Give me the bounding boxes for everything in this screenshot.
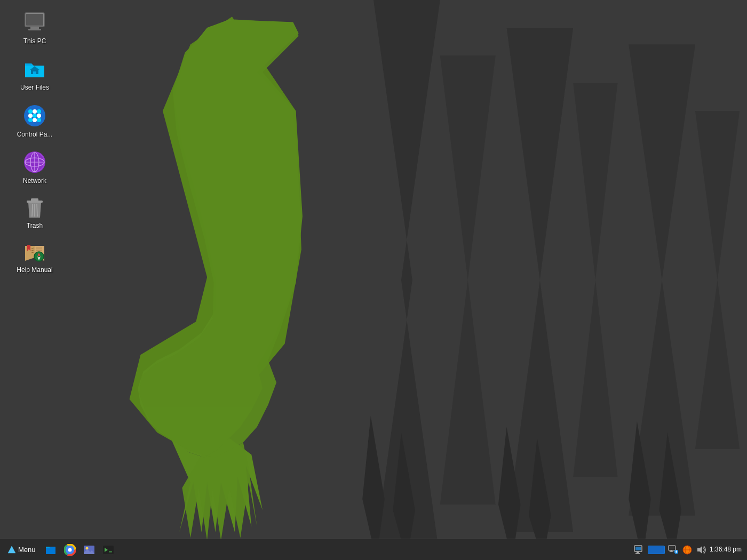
wallpaper — [0, 0, 747, 560]
svg-marker-55 — [8, 546, 15, 553]
chrome-taskbar-icon — [64, 544, 76, 556]
desktop-icon-user-files[interactable]: User Files — [11, 52, 59, 95]
desktop-icon-network[interactable]: Network — [11, 145, 59, 189]
svg-rect-74 — [669, 546, 674, 549]
svg-point-29 — [33, 114, 37, 118]
taskbar-left: Menu — [3, 542, 632, 557]
system-clock[interactable]: 1:36:48 pm — [710, 546, 742, 554]
menu-button[interactable]: Menu — [3, 543, 40, 556]
svg-rect-71 — [637, 551, 639, 553]
svg-point-25 — [28, 109, 33, 114]
files-taskbar-icon — [45, 544, 57, 556]
tray-volume-icon[interactable] — [696, 545, 706, 555]
svg-line-44 — [37, 204, 37, 217]
taskbar-terminal-btn[interactable] — [100, 542, 117, 557]
taskbar-files-btn[interactable] — [42, 542, 59, 557]
tray-globe-icon[interactable] — [682, 545, 693, 555]
menu-label: Menu — [18, 546, 36, 554]
user-files-icon — [22, 56, 47, 82]
svg-point-62 — [68, 548, 71, 551]
desktop-icon-this-pc[interactable]: This PC — [11, 5, 59, 49]
desktop-icon-help-manual[interactable]: Help Manual — [11, 236, 59, 278]
control-panel-icon — [22, 103, 47, 129]
terminal-taskbar-icon — [102, 544, 114, 556]
images-taskbar-icon — [83, 544, 95, 556]
menu-icon — [7, 546, 16, 554]
svg-rect-23 — [33, 71, 36, 74]
taskbar-chrome-btn[interactable] — [61, 542, 78, 557]
network-icon — [22, 149, 47, 175]
svg-point-64 — [85, 547, 88, 549]
trash-label: Trash — [27, 222, 43, 229]
tray-blue-rect — [648, 546, 665, 554]
taskbar: Menu — [0, 539, 747, 560]
this-pc-icon — [22, 10, 47, 35]
svg-marker-83 — [697, 546, 702, 554]
svg-rect-18 — [26, 14, 43, 26]
svg-rect-20 — [28, 29, 41, 30]
svg-rect-68 — [109, 551, 112, 553]
svg-point-30 — [37, 114, 41, 118]
svg-rect-76 — [670, 551, 673, 551]
help-manual-label: Help Manual — [17, 266, 52, 274]
desktop-icon-trash[interactable]: Trash — [11, 192, 59, 234]
taskbar-images-btn[interactable] — [81, 542, 98, 557]
globe-icon — [682, 545, 693, 555]
volume-icon — [696, 545, 706, 555]
svg-point-27 — [37, 109, 41, 114]
this-pc-label: This PC — [23, 37, 46, 45]
svg-point-31 — [28, 118, 33, 122]
svg-point-33 — [37, 118, 41, 122]
user-files-label: User Files — [20, 84, 49, 91]
svg-rect-70 — [635, 547, 641, 550]
svg-line-42 — [32, 204, 33, 217]
display-icon — [634, 545, 645, 555]
svg-point-32 — [33, 118, 37, 122]
desktop-icons: This PC User Files — [11, 5, 59, 278]
svg-point-26 — [33, 109, 37, 114]
tray-display-icon[interactable] — [634, 545, 645, 555]
svg-rect-75 — [670, 550, 672, 551]
trash-icon — [24, 196, 45, 220]
svg-point-28 — [28, 114, 33, 118]
desktop: This PC User Files — [0, 0, 747, 560]
screen-connect-icon — [668, 545, 679, 555]
svg-rect-41 — [31, 198, 38, 201]
tray-screen-connect-icon[interactable] — [668, 545, 679, 555]
network-label: Network — [23, 177, 46, 185]
help-manual-icon — [23, 241, 46, 264]
control-panel-label: Control Pa... — [17, 131, 53, 138]
clock-time: 1:36:48 pm — [710, 546, 742, 553]
svg-rect-72 — [635, 553, 640, 554]
system-tray: 1:36:48 pm — [632, 545, 744, 555]
svg-rect-19 — [30, 27, 39, 29]
desktop-icon-control-panel[interactable]: Control Pa... — [11, 99, 59, 142]
